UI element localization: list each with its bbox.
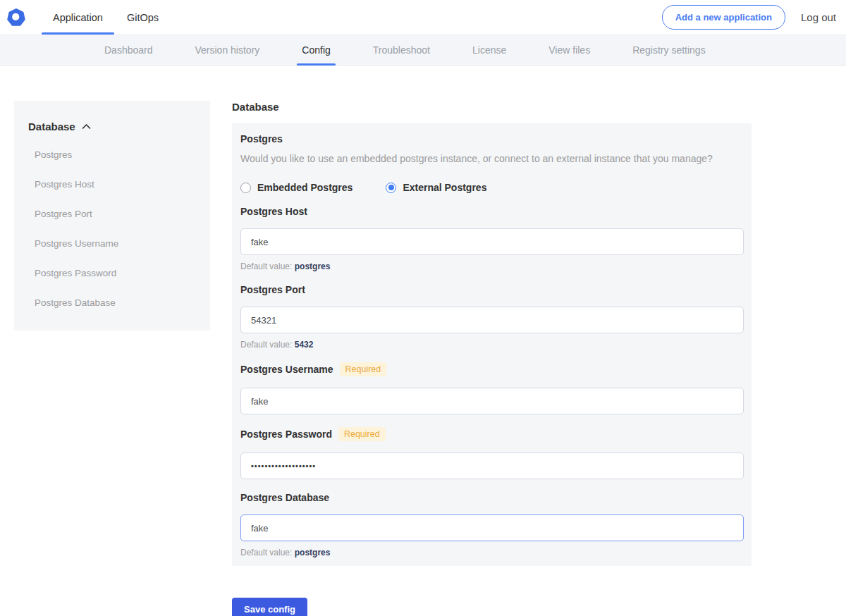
radio-unselected-icon[interactable] (240, 183, 251, 193)
config-page: Database Postgres Postgres Host Postgres… (0, 66, 846, 616)
subnav-version-history-label: Version history (195, 44, 260, 56)
helper-prefix: Default value: (240, 261, 292, 271)
postgres-port-input[interactable] (240, 307, 744, 333)
field-postgres-database: Postgres Database Default value: postgre… (240, 492, 743, 558)
helper-prefix: Default value: (240, 340, 292, 350)
subnav-registry-settings-label: Registry settings (632, 44, 705, 56)
field-postgres-username: Postgres Username Required (240, 362, 743, 414)
database-config-panel: Postgres Would you like to use an embedd… (232, 123, 752, 566)
postgres-port-helper: Default value: 5432 (240, 340, 743, 350)
app-logo[interactable] (7, 8, 25, 27)
helper-default-value: 5432 (295, 340, 314, 350)
sidebar-item-postgres-port[interactable]: Postgres Port (28, 202, 199, 226)
sidebar-item-list: Postgres Postgres Host Postgres Port Pos… (28, 142, 199, 315)
tab-application-label: Application (53, 12, 103, 23)
postgres-database-input[interactable] (240, 515, 744, 541)
radio-external-postgres[interactable]: External Postgres (386, 182, 486, 193)
postgres-host-input[interactable] (240, 228, 744, 255)
postgres-password-label: Postgres Password Required (240, 427, 743, 441)
postgres-port-label: Postgres Port (240, 284, 743, 295)
subnav-view-files-label: View files (548, 44, 590, 56)
sidebar-item-postgres-username[interactable]: Postgres Username (28, 231, 199, 256)
required-badge: Required (338, 427, 386, 441)
tab-gitops-label: GitOps (127, 12, 159, 23)
sidebar-item-postgres-password[interactable]: Postgres Password (28, 261, 199, 285)
add-application-button[interactable]: Add a new application (662, 5, 785, 30)
radio-selected-icon[interactable] (386, 183, 396, 193)
postgres-group: Postgres Would you like to use an embedd… (240, 133, 743, 193)
subnav-license-label: License (472, 44, 506, 56)
save-config-button[interactable]: Save config (232, 598, 307, 616)
sidebar-item-postgres-database[interactable]: Postgres Database (28, 290, 199, 315)
postgres-group-label: Postgres (240, 133, 743, 144)
subnav-item-registry-settings[interactable]: Registry settings (632, 35, 705, 65)
postgres-group-description: Would you like to use an embedded postgr… (240, 153, 743, 164)
tab-application[interactable]: Application (41, 0, 115, 35)
helper-default-value: postgres (295, 548, 331, 558)
helper-default-value: postgres (295, 261, 331, 271)
postgres-database-helper: Default value: postgres (240, 548, 743, 558)
logout-button[interactable]: Log out (801, 11, 836, 23)
helper-prefix: Default value: (240, 548, 292, 558)
config-main: Database Postgres Would you like to use … (232, 101, 752, 616)
app-subnav: Dashboard Version history Config Trouble… (0, 35, 846, 66)
section-heading: Database (232, 101, 752, 113)
subnav-dashboard-label: Dashboard (104, 44, 153, 56)
subnav-item-troubleshoot[interactable]: Troubleshoot (373, 35, 430, 65)
sidebar-group-database[interactable]: Database (28, 121, 199, 133)
postgres-username-label: Postgres Username Required (240, 362, 743, 376)
kots-logo-icon (7, 8, 25, 27)
postgres-host-label: Postgres Host (240, 206, 743, 217)
sidebar-item-postgres[interactable]: Postgres (28, 142, 199, 167)
required-badge: Required (340, 362, 387, 376)
tab-gitops[interactable]: GitOps (115, 0, 171, 35)
subnav-config-label: Config (302, 44, 330, 56)
postgres-username-label-text: Postgres Username (240, 364, 333, 375)
postgres-database-label: Postgres Database (240, 492, 743, 503)
subnav-troubleshoot-label: Troubleshoot (373, 44, 430, 56)
top-navigation: Application GitOps Add a new application… (0, 0, 846, 35)
subnav-item-license[interactable]: License (472, 35, 506, 65)
subnav-item-config[interactable]: Config (302, 35, 330, 65)
topnav-right: Add a new application Log out (662, 5, 846, 30)
field-postgres-password: Postgres Password Required (240, 427, 743, 479)
subnav-item-dashboard[interactable]: Dashboard (104, 35, 153, 65)
radio-embedded-postgres-label: Embedded Postgres (257, 182, 352, 193)
sidebar-item-postgres-host[interactable]: Postgres Host (28, 172, 199, 197)
postgres-username-input[interactable] (240, 388, 744, 414)
postgres-radio-group: Embedded Postgres External Postgres (240, 182, 743, 193)
sidebar-group-title: Database (28, 121, 75, 133)
config-sidebar: Database Postgres Postgres Host Postgres… (14, 101, 210, 331)
radio-external-postgres-label: External Postgres (403, 182, 486, 193)
subnav-item-version-history[interactable]: Version history (195, 35, 260, 65)
subnav-item-view-files[interactable]: View files (548, 35, 590, 65)
radio-embedded-postgres[interactable]: Embedded Postgres (240, 182, 352, 193)
field-postgres-host: Postgres Host Default value: postgres (240, 206, 743, 271)
topnav-tabs: Application GitOps (41, 0, 171, 35)
chevron-up-icon (82, 123, 91, 130)
postgres-host-helper: Default value: postgres (240, 261, 743, 271)
field-postgres-port: Postgres Port Default value: 5432 (240, 284, 743, 350)
postgres-password-input[interactable] (240, 452, 744, 479)
postgres-password-label-text: Postgres Password (240, 429, 332, 440)
